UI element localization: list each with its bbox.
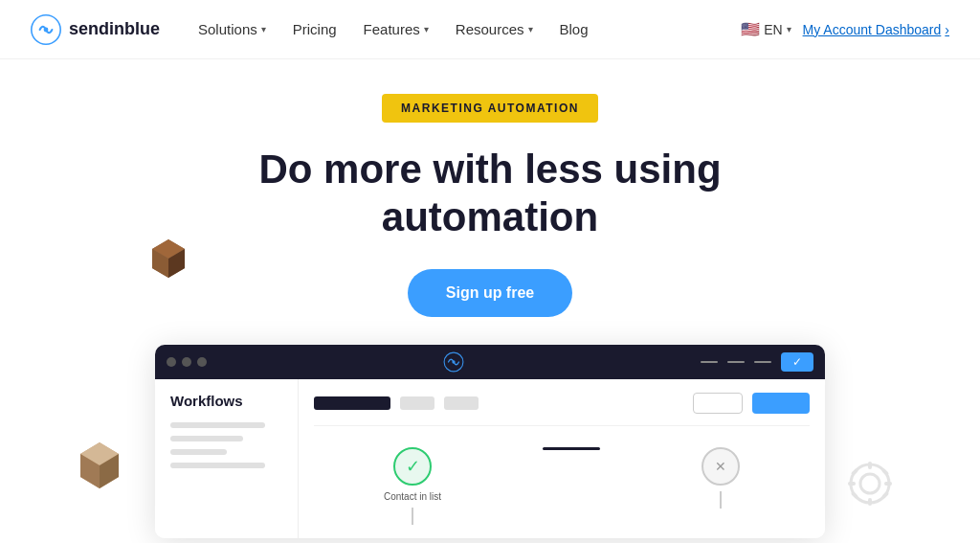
chevron-down-icon: ▾ xyxy=(424,24,429,34)
browser-content: Workflows ✓ Contact in list xyxy=(155,379,825,538)
action-bar xyxy=(543,447,600,450)
condition-circle: ✕ xyxy=(702,447,740,486)
sidebar-title: Workflows xyxy=(170,393,282,409)
nav-blog[interactable]: Blog xyxy=(560,21,589,37)
workflow-main-panel: ✓ Contact in list ✕ xyxy=(299,379,825,538)
flag-icon: 🇺🇸 xyxy=(741,20,760,38)
browser-window-controls xyxy=(167,357,207,367)
window-minimize-dot xyxy=(182,357,191,367)
nav-features[interactable]: Features ▾ xyxy=(364,21,429,37)
workflows-sidebar: Workflows xyxy=(155,379,299,538)
chevron-down-icon: ▾ xyxy=(261,24,266,34)
cube-decoration-bottom-left xyxy=(77,441,122,490)
arrow-right-icon: › xyxy=(945,22,949,37)
browser-titlebar: ✓ xyxy=(155,345,825,379)
workflow-node-action xyxy=(543,447,600,450)
cube-decoration-left xyxy=(148,238,189,278)
workflow-tag-1 xyxy=(400,396,434,410)
sidebar-item-line-2 xyxy=(170,436,243,441)
workflow-action-blue xyxy=(752,393,810,414)
window-close-dot xyxy=(167,357,176,367)
workflow-nodes: ✓ Contact in list ✕ xyxy=(314,438,810,525)
nav-pricing[interactable]: Pricing xyxy=(293,21,337,37)
browser-action-buttons: ✓ xyxy=(701,352,813,372)
browser-line-1 xyxy=(701,361,718,363)
workflow-top-row xyxy=(314,393,810,426)
browser-line-3 xyxy=(754,361,771,363)
chevron-down-icon: ▾ xyxy=(528,24,533,34)
checkmark-icon: ✓ xyxy=(792,355,802,369)
sidebar-item-line-4 xyxy=(170,463,265,468)
svg-point-1 xyxy=(44,27,49,32)
svg-rect-15 xyxy=(868,498,872,506)
node-connector-line-2 xyxy=(720,491,722,509)
workflow-node-trigger: ✓ Contact in list xyxy=(384,447,441,525)
trigger-circle: ✓ xyxy=(393,447,432,486)
svg-point-11 xyxy=(452,360,455,363)
browser-line-2 xyxy=(727,361,745,363)
svg-rect-14 xyxy=(868,462,872,469)
nav-links: Solutions ▾ Pricing Features ▾ Resources… xyxy=(198,21,741,37)
brand-name: sendinblue xyxy=(69,19,160,39)
hero-section: MARKETING AUTOMATION Do more with less u… xyxy=(0,59,980,348)
workflow-action-outline xyxy=(693,393,743,414)
sidebar-item-line-1 xyxy=(170,422,265,428)
nav-resources[interactable]: Resources ▾ xyxy=(456,21,533,37)
nav-solutions[interactable]: Solutions ▾ xyxy=(198,21,266,37)
sidebar-item-line-3 xyxy=(170,449,227,455)
hero-title: Do more with less using automation xyxy=(222,146,758,242)
trigger-label: Contact in list xyxy=(384,491,441,502)
language-selector[interactable]: 🇺🇸 EN ▾ xyxy=(741,20,791,38)
hero-badge: MARKETING AUTOMATION xyxy=(382,94,598,123)
logo[interactable]: sendinblue xyxy=(31,14,160,45)
browser-confirm-button: ✓ xyxy=(781,352,813,372)
signup-button[interactable]: Sign up free xyxy=(408,269,572,317)
svg-point-13 xyxy=(860,474,880,493)
svg-rect-17 xyxy=(884,482,892,486)
gear-decoration xyxy=(846,460,894,508)
navbar: sendinblue Solutions ▾ Pricing Features … xyxy=(0,0,980,59)
workflow-node-condition: ✕ xyxy=(702,447,740,509)
chevron-down-icon: ▾ xyxy=(787,24,791,34)
browser-mockup: ✓ Workflows xyxy=(155,345,825,538)
account-dashboard-link[interactable]: My Account Dashboard › xyxy=(803,22,949,37)
svg-rect-16 xyxy=(848,482,856,486)
window-maximize-dot xyxy=(197,357,207,367)
workflow-name-bar xyxy=(314,396,390,410)
node-connector-line xyxy=(412,508,413,525)
workflow-tag-2 xyxy=(444,396,479,410)
browser-center-logo xyxy=(443,351,464,373)
nav-right: 🇺🇸 EN ▾ My Account Dashboard › xyxy=(741,20,949,38)
